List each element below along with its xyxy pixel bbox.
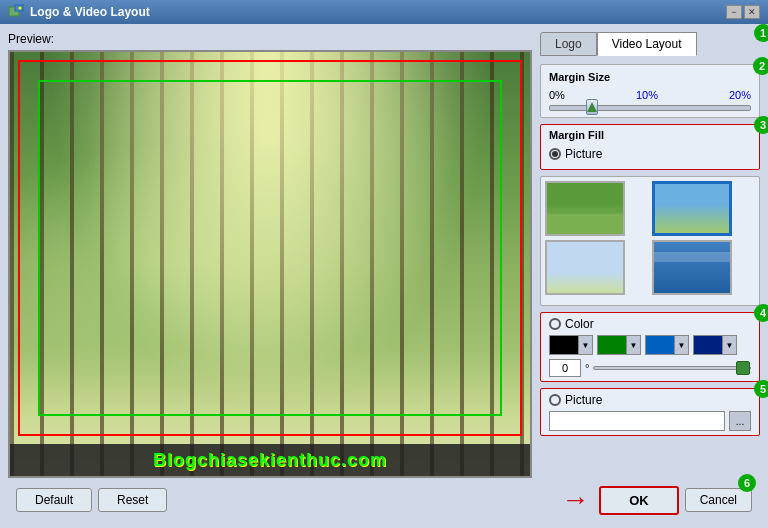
tab-logo[interactable]: Logo [540,32,597,56]
margin-slider-thumb[interactable] [586,99,598,115]
angle-row: ° [549,359,751,377]
picture-radio[interactable] [549,148,561,160]
picture2-radio-row: Picture [549,393,751,407]
thumbnails-area [540,176,760,306]
thumbnail-1[interactable] [545,181,625,236]
picture2-label: Picture [565,393,602,407]
default-button[interactable]: Default [16,488,92,512]
dropdown-arrow-2: ▼ [626,336,640,354]
thumbnail-3[interactable] [545,240,625,295]
angle-slider[interactable] [593,366,751,370]
degree-symbol: ° [585,362,589,374]
margin-fill-section: Margin Fill Picture [540,124,760,170]
title-bar: Logo & Video Layout − ✕ [0,0,768,24]
margin-slider-track[interactable] [549,105,751,111]
badge-6: 6 [738,474,756,492]
preview-forest [10,52,530,476]
picture-radio-label: Picture [565,147,602,161]
color-section-wrapper: Color ▼ ▼ ▼ [540,312,760,382]
minimize-button[interactable]: − [726,5,742,19]
margin-fill-wrapper: Margin Fill Picture 3 [540,124,760,170]
thumbnail-2[interactable] [652,181,732,236]
bottom-right-buttons: → OK Cancel [561,484,752,516]
app-icon [8,4,24,20]
file-row: ... [549,411,751,431]
svg-marker-3 [587,102,597,112]
picture2-radio[interactable] [549,394,561,406]
margin-label-0: 0% [549,89,565,101]
picture-radio-row: Picture [549,147,751,161]
margin-slider-row [549,105,751,111]
picture-section: Picture ... [540,388,760,436]
badge-2: 2 [753,57,768,75]
color-dropdown-4[interactable]: ▼ [693,335,737,355]
title-bar-controls: − ✕ [726,5,760,19]
color-label: Color [565,317,594,331]
preview-label: Preview: [8,32,532,46]
file-input[interactable] [549,411,725,431]
color-dropdown-3[interactable]: ▼ [645,335,689,355]
margin-label-20: 20% [729,89,751,101]
svg-point-2 [19,7,22,10]
color-radio-row: Color [549,317,751,331]
tabs-row: Logo Video Layout 1 [540,32,760,56]
ok-button[interactable]: OK [599,486,679,515]
browse-button[interactable]: ... [729,411,751,431]
margin-fill-title: Margin Fill [549,129,751,141]
picture-section-wrapper: Picture ... 5 [540,388,760,436]
dropdown-arrow-4: ▼ [722,336,736,354]
preview-watermark: Blogchiasekienthuc.com [10,444,530,476]
thumbnails-grid [545,181,755,295]
color-dropdowns: ▼ ▼ ▼ ▼ [549,335,751,355]
badge-4: 4 [754,304,768,322]
dropdown-arrow-3: ▼ [674,336,688,354]
main-container: Preview: Blogchiasekienthuc.com Logo Vid… [0,24,768,528]
bottom-bar: Default Reset → OK Cancel 6 [8,478,760,520]
ok-arrow-indicator: → [561,484,589,516]
thumbnail-4[interactable] [652,240,732,295]
color-section: Color ▼ ▼ ▼ [540,312,760,382]
slider-icon [587,102,597,112]
preview-container: Blogchiasekienthuc.com [8,50,532,478]
preview-section: Preview: Blogchiasekienthuc.com [8,32,532,478]
tab-video-layout[interactable]: Video Layout [597,32,697,56]
badge-1: 1 [754,24,768,42]
angle-slider-thumb[interactable] [736,361,750,375]
margin-size-title: Margin Size [549,71,751,83]
swatch-blue [646,336,674,354]
close-button[interactable]: ✕ [744,5,760,19]
title-bar-left: Logo & Video Layout [8,4,150,20]
swatch-black [550,336,578,354]
badge-5: 5 [754,380,768,398]
dropdown-arrow-1: ▼ [578,336,592,354]
right-panel: Logo Video Layout 1 Margin Size 0% 10% 2… [540,32,760,478]
swatch-navy [694,336,722,354]
color-radio[interactable] [549,318,561,330]
reset-button[interactable]: Reset [98,488,167,512]
color-dropdown-2[interactable]: ▼ [597,335,641,355]
content-area: Preview: Blogchiasekienthuc.com Logo Vid… [8,32,760,478]
margin-labels: 0% 10% 20% [549,89,751,101]
bottom-left-buttons: Default Reset [16,488,167,512]
angle-input[interactable] [549,359,581,377]
watermark-text: Blogchiasekienthuc.com [153,450,387,471]
margin-label-10: 10% [636,89,658,101]
badge-3: 3 [754,116,768,134]
cancel-button[interactable]: Cancel [685,488,752,512]
window-title: Logo & Video Layout [30,5,150,19]
color-dropdown-1[interactable]: ▼ [549,335,593,355]
margin-size-section: Margin Size 0% 10% 20% [540,64,760,118]
swatch-green [598,336,626,354]
